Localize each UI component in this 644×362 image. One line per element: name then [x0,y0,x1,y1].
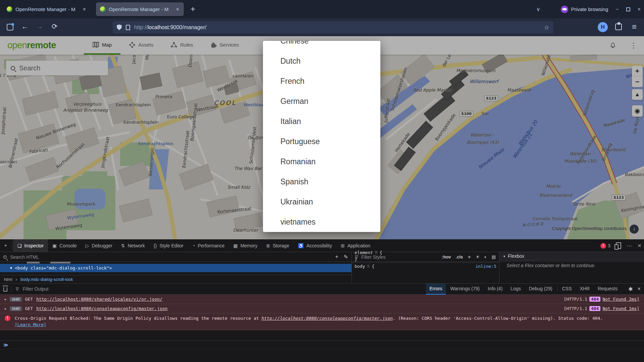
console-filter-errors[interactable]: Errors [426,284,445,295]
devtools-tab-performance[interactable]: ◔Performance [188,239,229,252]
tracking-shield-icon[interactable] [117,24,122,30]
expander-icon[interactable]: ▼ [10,266,12,270]
profile-avatar[interactable]: H [598,22,608,32]
selected-node-row[interactable]: ▼ <body class="mdc-dialog-scroll-lock"> [0,264,352,272]
console-filter-debug[interactable]: Debug (29) [526,284,556,295]
reload-button[interactable]: ⟳ [52,22,58,31]
breadcrumb-item-body[interactable]: body.mdc-dialog-scroll-lock [20,277,73,282]
search-html-placeholder: Search HTML [10,254,39,260]
new-tab-button[interactable]: + [191,4,195,14]
console-settings-gear-icon[interactable]: ✱ [628,286,633,292]
console-filter-requests[interactable]: Requests [594,284,621,295]
console-cors-error-row[interactable]: !Cross-Origin Request Blocked: The Same … [0,313,644,330]
expand-arrow-icon[interactable]: ▶ [5,298,6,301]
devtools-tab-pick-element[interactable]: ⌖ [0,239,11,252]
page-content: openremote MapAssetsRulesServices ⋯ [0,36,644,239]
error-text-pre: Cross-Origin Request Blocked: The Same O… [15,316,262,321]
style-source-link[interactable]: inline:5 [475,264,496,269]
devtools-tab-accessibility[interactable]: ♿Accessibility [293,239,336,252]
back-button[interactable]: ← [21,22,29,31]
tab-title: OpenRemote Manager - M [109,6,172,12]
list-tabs-chevron-icon[interactable]: ∨ [536,6,540,12]
language-select-dialog: ChineseDutchFrenchGermanItalianPortugues… [263,41,380,232]
devtools-meatball-menu-icon[interactable]: ⋯ [627,243,632,249]
bookmark-star-icon[interactable]: ☆ [544,24,549,31]
responsive-design-icon[interactable] [616,242,621,249]
error-url-link[interactable]: http://localhost:8080/consoleappconfig/m… [262,316,393,321]
devtools-tab-storage[interactable]: ≣Storage [262,239,293,252]
language-option-portuguese[interactable]: Portuguese [263,131,380,152]
language-option-romanian[interactable]: Romanian [263,152,380,172]
language-option-french[interactable]: French [263,71,380,91]
menu-hamburger-icon[interactable]: ≡ [632,22,637,32]
devtools-tab-debugger[interactable]: ▷Debugger [81,239,117,252]
console-input-row[interactable]: ≫ [0,341,644,349]
extensions-icon[interactable] [615,23,622,30]
request-url-link[interactable]: http://localhost:8080/shared/locales/vi/… [36,297,162,302]
filter-output-placeholder[interactable]: Filter Output [23,286,49,292]
flexbox-section-header[interactable]: ▾ Flexbox [499,252,644,260]
language-option-italian[interactable]: Italian [263,111,380,131]
filter-funnel-icon: ∇ [16,287,19,292]
devtools-tab-label: Accessibility [307,243,332,248]
language-option-german[interactable]: German [263,91,380,111]
language-option-ukrainian[interactable]: Ukrainian [263,192,380,212]
console-filter-logs[interactable]: Logs [507,284,524,295]
browser-tab-2-active[interactable]: OpenRemote Manager - M × [96,2,184,16]
learn-more-link[interactable]: [Learn More] [15,322,46,327]
expand-arrow-icon[interactable]: ▶ [5,307,6,310]
error-icon: ! [5,315,10,321]
language-option-dutch[interactable]: Dutch [263,51,380,71]
devtools-tab-label: Console [59,243,76,248]
language-option-spanish[interactable]: Spanish [263,172,380,192]
close-window-button[interactable]: × [638,6,641,12]
html-search-bar[interactable]: Search HTML + ✎ [0,252,352,262]
console-network-error-row[interactable]: ▶XHRGEThttp://localhost:8080/shared/loca… [0,295,644,304]
language-option-chinese[interactable]: Chinese [263,41,380,51]
devtools-tab-label: Inspector [24,243,44,248]
console-filter-tabs: ErrorsWarnings (79)Info (4)LogsDebug (29… [426,284,621,295]
eyedropper-icon[interactable]: ✎ [344,254,348,260]
devtools-tab-inspector[interactable]: ❏Inspector [13,239,48,252]
flexbox-empty-message: Select a Flex container or item to conti… [506,263,641,268]
devtools-tab-console[interactable]: ▣Console [48,239,81,252]
create-node-icon[interactable]: + [335,254,338,260]
status-post: Not Found 1ms] [602,306,639,311]
performance-icon: ◔ [192,243,195,248]
tab-close-icon[interactable]: × [175,6,180,12]
devtools-tab-network[interactable]: ⇅Network [117,239,149,252]
console-filter-xhr[interactable]: XHR [577,284,593,295]
breadcrumb-item-html[interactable]: html [4,277,12,282]
request-url-link[interactable]: http://localhost:8080/consoleappconfig/m… [36,306,167,311]
firefox-view-icon[interactable] [7,24,13,31]
devtools-tab-memory[interactable]: ▦Memory [229,239,262,252]
element-selector[interactable]: element [355,250,373,255]
console-output: ▶XHRGEThttp://localhost:8080/shared/loca… [0,295,644,330]
devtools-tab-label: Style Editor [159,243,183,248]
console-filter-info[interactable]: Info (4) [484,284,506,295]
language-option-vietnames[interactable]: vietnames [263,212,380,232]
console-filter-warnings[interactable]: Warnings (79) [447,284,483,295]
url-bar[interactable]: http://localhost:9000/manager/ ☆ [113,21,553,34]
open-brace: { [372,264,374,269]
url-text[interactable]: http://localhost:9000/manager/ [134,24,206,31]
body-selector[interactable]: body [355,264,365,269]
tab-title: OpenRemote Manager - M [15,6,79,12]
devtools-tab-style-editor[interactable]: {}Style Editor [149,239,188,252]
browser-tab-1[interactable]: OpenRemote Manager - M × [3,2,91,16]
console-filter-css[interactable]: CSS [559,284,575,295]
minimize-button[interactable]: − [615,6,619,12]
devtools-error-count[interactable]: ! 3 [600,243,610,249]
selected-node-markup[interactable]: <body class="mdc-dialog-scroll-lock"> [15,265,112,270]
search-icon [3,255,7,259]
clear-console-trash-icon[interactable] [3,287,7,292]
tab-close-icon[interactable]: × [82,6,87,12]
divider [11,286,12,292]
console-close-icon[interactable]: × [638,286,641,292]
browser-titlebar: OpenRemote Manager - M × OpenRemote Mana… [0,0,644,18]
devtools-close-icon[interactable]: × [638,242,641,249]
console-network-error-row[interactable]: ▶XHRGEThttp://localhost:8080/consoleappc… [0,304,644,313]
page-info-icon[interactable] [126,25,130,30]
forward-button[interactable]: → [36,22,43,31]
maximize-button[interactable] [626,7,630,11]
